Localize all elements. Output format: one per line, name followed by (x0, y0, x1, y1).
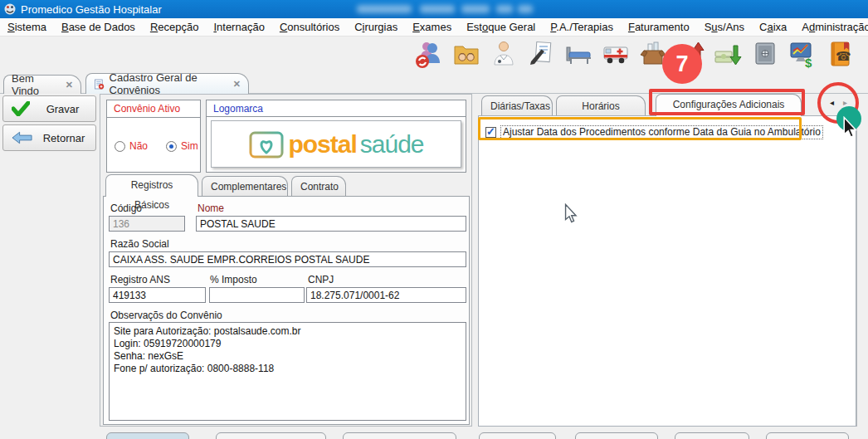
tab-close-icon[interactable]: ✕ (66, 80, 73, 90)
user-refresh-icon[interactable] (413, 38, 445, 70)
tab-close-icon[interactable]: ✕ (233, 79, 241, 90)
toolbar: $ ☎ (0, 37, 868, 73)
ambulance-icon[interactable] (600, 38, 631, 70)
menu-estoque-geral[interactable]: Estoque Geral (459, 18, 543, 37)
menu-recepcao[interactable]: Recepção (143, 18, 207, 37)
retornar-button[interactable]: Retornar (2, 124, 96, 151)
registro-ans-label: Registro ANS (110, 274, 170, 285)
menu-sus-ans[interactable]: Sus/Ans (697, 18, 752, 37)
imposto-label: % Imposto (210, 274, 257, 285)
menu-cirurgias[interactable]: Cirurgias (347, 18, 405, 37)
tab-configuracoes-adicionais[interactable]: Configurações Adicionais (656, 94, 802, 116)
codigo-input (109, 216, 185, 232)
menu-bar: Sistema Base de Dados Recepção Internaçã… (0, 18, 868, 37)
logomarca-title: Logomarca (207, 100, 466, 117)
config-content: Ajustar Data dos Procedimentos conforme … (478, 115, 856, 427)
doctor-icon[interactable] (488, 38, 519, 70)
convenio-panel: Convênio Ativo Não Sim Logomarca postal … (100, 94, 472, 427)
hospital-bed-icon[interactable] (563, 38, 594, 70)
checkbox-checked-icon[interactable] (485, 127, 496, 138)
nome-input[interactable] (196, 216, 466, 232)
observacoes-label: Observaçõs do Convênio (110, 310, 222, 321)
retornar-label: Retornar (41, 132, 87, 144)
redacted-text (496, 5, 513, 13)
right-divider (856, 94, 857, 427)
safe-icon[interactable] (749, 38, 781, 70)
tab-cadastro-convenios[interactable]: Cadastro Geral de Convênios ✕ (85, 73, 249, 94)
radio-icon-selected[interactable] (166, 141, 177, 152)
radio-sim[interactable]: Sim (166, 140, 198, 152)
annotation-step-badge: 7 (662, 44, 702, 84)
logomarca-group: Logomarca postal saúde (206, 100, 466, 173)
tab-complementares[interactable]: Complementares (202, 176, 288, 197)
title-bar: Promedico Gestão Hospitalar (0, 0, 868, 18)
menu-exames[interactable]: Exames (405, 18, 459, 37)
tab-label: Cadastro Geral de Convênios (110, 71, 228, 96)
tab-label: Bem Vindo (12, 72, 61, 97)
menu-faturamento[interactable]: Faturamento (621, 18, 697, 37)
imposto-input[interactable] (209, 287, 305, 303)
check-icon (12, 101, 30, 116)
tab-contrato[interactable]: Contrato (291, 176, 346, 197)
svg-text:$: $ (805, 56, 812, 69)
redacted-text (420, 5, 455, 13)
menu-internacao[interactable]: Internação (206, 18, 271, 37)
observacoes-textarea[interactable]: Site para Autorização: postalsaude.com.b… (109, 322, 466, 421)
tab-horarios-especiais[interactable]: Horários Especiais (556, 95, 646, 116)
menu-base-de-dados[interactable]: Base de Dados (54, 18, 143, 37)
redacted-text (357, 5, 412, 13)
bottom-tab-button[interactable] (766, 432, 849, 439)
ajustar-data-checkbox-row[interactable]: Ajustar Data dos Procedimentos conforme … (485, 125, 823, 139)
registros-basicos-form: Código Nome Razão Social Registro ANS % … (103, 196, 470, 425)
tab-scroll-left-icon[interactable]: ◂ (830, 99, 834, 107)
document-sign-icon[interactable] (525, 38, 557, 70)
brand-saude: saúde (360, 130, 424, 159)
razao-social-label: Razão Social (110, 238, 169, 250)
bottom-tab-button[interactable] (675, 432, 749, 439)
config-panel: Diárias/Taxas Horários Especiais Configu… (478, 94, 856, 427)
redacted-text (518, 5, 533, 13)
radio-icon[interactable] (115, 141, 125, 152)
razao-social-input[interactable] (109, 251, 466, 267)
envelope-heart-icon (248, 127, 285, 162)
ajustar-data-label: Ajustar Data dos Procedimentos conforme … (500, 125, 823, 139)
nome-label: Nome (197, 202, 224, 214)
cnpj-input[interactable] (306, 287, 466, 303)
bottom-tab-button[interactable] (479, 432, 556, 439)
phone-book-icon[interactable]: ☎ (824, 38, 856, 70)
bottom-tab-button[interactable] (216, 432, 326, 439)
radio-sim-label: Sim (181, 140, 198, 152)
tab-diarias-taxas[interactable]: Diárias/Taxas (481, 95, 553, 116)
patients-folder-icon[interactable] (451, 38, 482, 70)
gravar-label: Gravar (38, 103, 87, 115)
app-icon (4, 3, 16, 15)
money-down-icon[interactable] (712, 38, 744, 70)
menu-consultorios[interactable]: Consultórios (272, 18, 347, 37)
menu-caixa[interactable]: Caixa (752, 18, 794, 37)
window-title: Promedico Gestão Hospitalar (21, 3, 162, 16)
menu-administracao[interactable]: Administração (794, 18, 868, 37)
finance-chart-icon[interactable]: $ (787, 38, 818, 70)
registro-ans-input[interactable] (109, 287, 206, 303)
convenio-ativo-group: Convênio Ativo Não Sim (106, 100, 201, 173)
back-arrow-icon (12, 131, 32, 144)
bottom-tab-button[interactable] (106, 432, 189, 439)
radio-nao-label: Não (129, 140, 148, 152)
svg-text:☎: ☎ (836, 49, 851, 63)
postalsaude-logo: postal saúde (211, 120, 461, 168)
menu-pa-terapias[interactable]: P.A./Terapias (543, 18, 621, 37)
convenio-ativo-title: Convênio Ativo (107, 100, 200, 118)
form-document-icon (94, 78, 105, 90)
gravar-button[interactable]: Gravar (2, 95, 96, 122)
bottom-tab-button[interactable] (575, 432, 658, 439)
radio-nao[interactable]: Não (115, 140, 148, 152)
redacted-text (461, 5, 490, 13)
cnpj-label: CNPJ (308, 274, 334, 285)
mouse-cursor-white (564, 203, 578, 224)
brand-postal: postal (288, 130, 356, 159)
menu-sistema[interactable]: Sistema (0, 18, 54, 37)
tab-registros-basicos[interactable]: Registros Básicos (105, 174, 198, 197)
mouse-cursor-dark (842, 116, 859, 139)
bottom-tab-button[interactable] (343, 432, 456, 439)
tab-bem-vindo[interactable]: Bem Vindo ✕ (3, 75, 81, 94)
